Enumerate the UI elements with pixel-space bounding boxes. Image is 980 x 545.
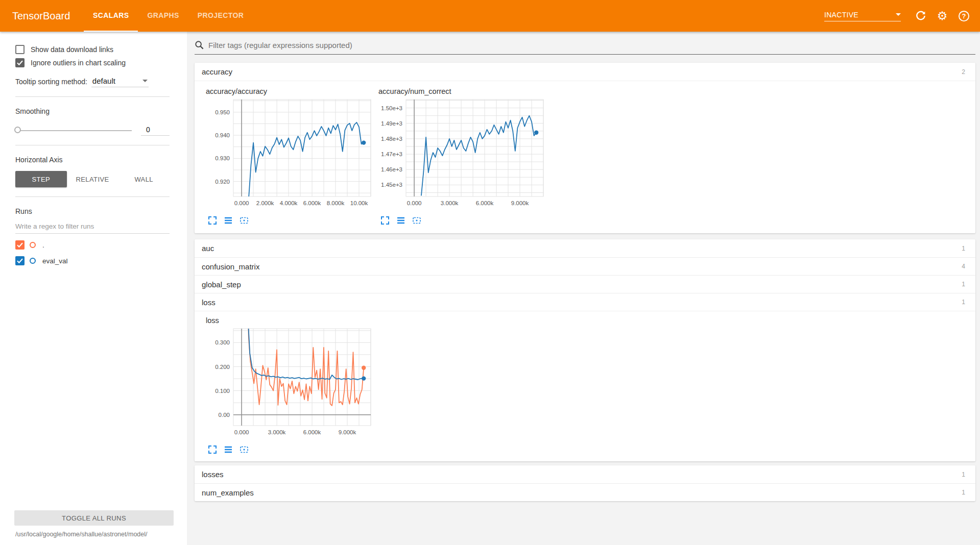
divider xyxy=(15,145,170,145)
svg-text:9.000k: 9.000k xyxy=(339,429,356,435)
section-title: accuracy xyxy=(202,67,232,76)
log-scale-icon[interactable] xyxy=(224,445,233,454)
settings-icon[interactable]: ⚙ xyxy=(936,10,948,22)
svg-text:10.00k: 10.00k xyxy=(350,200,368,206)
show-download-links-checkbox[interactable] xyxy=(15,45,25,54)
help-icon[interactable]: ? xyxy=(958,10,970,22)
expand-chart-icon[interactable] xyxy=(208,216,217,225)
section-title: num_examples xyxy=(202,488,254,497)
run-row-train[interactable]: . xyxy=(15,240,170,250)
chart-title: accuracy/num_correct xyxy=(378,87,550,95)
expand-chart-icon[interactable] xyxy=(208,445,217,454)
tab-graphs[interactable]: GRAPHS xyxy=(138,0,188,32)
ignore-outliers-row[interactable]: Ignore outliers in chart scaling xyxy=(15,58,170,67)
section-header-losses[interactable]: losses 1 xyxy=(195,465,975,483)
runs-regex-input[interactable] xyxy=(15,220,170,234)
chart-title: accuracy/accuracy xyxy=(206,87,377,95)
run-checkbox-train[interactable] xyxy=(15,240,25,250)
svg-text:1.46e+3: 1.46e+3 xyxy=(381,166,402,172)
status-dropdown[interactable]: INACTIVE xyxy=(824,11,901,21)
run-checkbox-eval[interactable] xyxy=(15,256,25,265)
chart-accuracy-num-correct[interactable]: 0.0003.000k6.000k9.000k1.45e+31.46e+31.4… xyxy=(377,96,548,212)
section-header-confusion-matrix[interactable]: confusion_matrix 4 xyxy=(195,257,975,275)
svg-text:4.000k: 4.000k xyxy=(280,200,298,206)
tab-scalars[interactable]: SCALARS xyxy=(84,0,138,32)
run-color-swatch xyxy=(30,242,36,248)
section-header-loss[interactable]: loss 1 xyxy=(195,293,975,311)
chart-toolbar xyxy=(380,216,550,225)
section-card-group: auc 1 confusion_matrix 4 global_step 1 l… xyxy=(195,239,975,461)
section-card-bottom: losses 1 num_examples 1 xyxy=(195,465,975,501)
svg-text:0.930: 0.930 xyxy=(215,155,230,161)
logdir-path: /usr/local/google/home/shallue/astronet/… xyxy=(15,531,177,538)
chart-card-accuracy-num-correct: accuracy/num_correct 0.0003.000k6.000k9.… xyxy=(377,86,550,225)
smoothing-value-input[interactable]: 0 xyxy=(141,126,170,136)
tooltip-sort-dropdown[interactable]: default xyxy=(91,77,149,87)
svg-text:1.48e+3: 1.48e+3 xyxy=(381,136,402,142)
svg-text:1.50e+3: 1.50e+3 xyxy=(381,105,402,111)
run-color-swatch xyxy=(30,258,36,264)
show-download-links-row[interactable]: Show data download links xyxy=(15,45,170,54)
axis-relative-button[interactable]: RELATIVE xyxy=(67,171,118,187)
svg-text:0.100: 0.100 xyxy=(215,388,230,394)
svg-text:0.950: 0.950 xyxy=(215,109,230,115)
expand-chart-icon[interactable] xyxy=(380,216,390,225)
status-label: INACTIVE xyxy=(824,11,896,19)
tooltip-sort-value: default xyxy=(92,77,142,85)
svg-text:0.000: 0.000 xyxy=(234,429,249,435)
log-scale-icon[interactable] xyxy=(396,216,405,225)
chart-toolbar xyxy=(208,216,377,225)
refresh-icon[interactable] xyxy=(915,10,927,22)
checkbox-label: Show data download links xyxy=(31,45,113,54)
svg-text:0.000: 0.000 xyxy=(234,200,249,206)
chevron-down-icon xyxy=(142,80,148,82)
chart-loss[interactable]: 0.0003.000k6.000k9.000k0.000.1000.2000.3… xyxy=(205,326,375,441)
run-name: eval_val xyxy=(42,257,68,265)
svg-text:1.47e+3: 1.47e+3 xyxy=(381,151,402,157)
svg-text:0.300: 0.300 xyxy=(215,339,230,345)
svg-text:9.000k: 9.000k xyxy=(511,200,529,206)
section-header-accuracy[interactable]: accuracy 2 xyxy=(195,63,975,81)
smoothing-slider[interactable] xyxy=(15,130,132,131)
chart-card-accuracy-accuracy: accuracy/accuracy 0.0002.000k4.000k6.000… xyxy=(205,86,377,225)
section-title: global_step xyxy=(202,280,241,289)
svg-text:6.000k: 6.000k xyxy=(303,200,321,206)
main-content: accuracy 2 accuracy/accuracy 0.0002.000k… xyxy=(187,32,980,545)
nav-tabs: SCALARS GRAPHS PROJECTOR xyxy=(84,0,253,32)
chevron-down-icon xyxy=(896,13,901,16)
section-header-num-examples[interactable]: num_examples 1 xyxy=(195,483,975,501)
svg-text:1.49e+3: 1.49e+3 xyxy=(381,120,402,127)
section-header-global-step[interactable]: global_step 1 xyxy=(195,275,975,293)
fit-domain-icon[interactable] xyxy=(240,445,249,454)
svg-text:1.45e+3: 1.45e+3 xyxy=(381,182,402,188)
svg-text:?: ? xyxy=(962,12,966,20)
svg-text:3.000k: 3.000k xyxy=(441,200,459,206)
fit-domain-icon[interactable] xyxy=(240,216,249,225)
section-title: auc xyxy=(202,244,214,253)
section-count-badge: 4 xyxy=(962,263,965,270)
chart-card-loss: loss 0.0003.000k6.000k9.000k0.000.1000.2… xyxy=(205,316,377,454)
filter-tags-input[interactable] xyxy=(208,41,975,49)
app-title: TensorBoard xyxy=(0,10,57,22)
tab-projector[interactable]: PROJECTOR xyxy=(188,0,253,32)
section-count-badge: 2 xyxy=(962,68,965,76)
section-header-auc[interactable]: auc 1 xyxy=(195,239,975,257)
svg-text:8.000k: 8.000k xyxy=(327,200,345,206)
fit-domain-icon[interactable] xyxy=(412,216,421,225)
ignore-outliers-checkbox[interactable] xyxy=(15,58,25,67)
svg-text:2.000k: 2.000k xyxy=(256,200,274,206)
log-scale-icon[interactable] xyxy=(224,216,233,225)
section-title: losses xyxy=(202,470,224,479)
section-title: loss xyxy=(202,298,216,307)
svg-text:0.940: 0.940 xyxy=(215,132,230,138)
run-row-eval[interactable]: eval_val xyxy=(15,256,170,265)
section-count-badge: 1 xyxy=(962,299,965,306)
axis-step-button[interactable]: STEP xyxy=(15,171,67,187)
slider-thumb[interactable] xyxy=(14,127,21,133)
axis-wall-button[interactable]: WALL xyxy=(118,171,170,187)
section-card-accuracy: accuracy 2 accuracy/accuracy 0.0002.000k… xyxy=(195,63,975,233)
svg-text:0.00: 0.00 xyxy=(219,412,230,418)
section-count-badge: 1 xyxy=(962,489,965,496)
chart-accuracy-accuracy[interactable]: 0.0002.000k4.000k6.000k8.000k10.00k0.920… xyxy=(205,96,375,212)
toggle-all-runs-button[interactable]: TOGGLE ALL RUNS xyxy=(14,510,174,526)
